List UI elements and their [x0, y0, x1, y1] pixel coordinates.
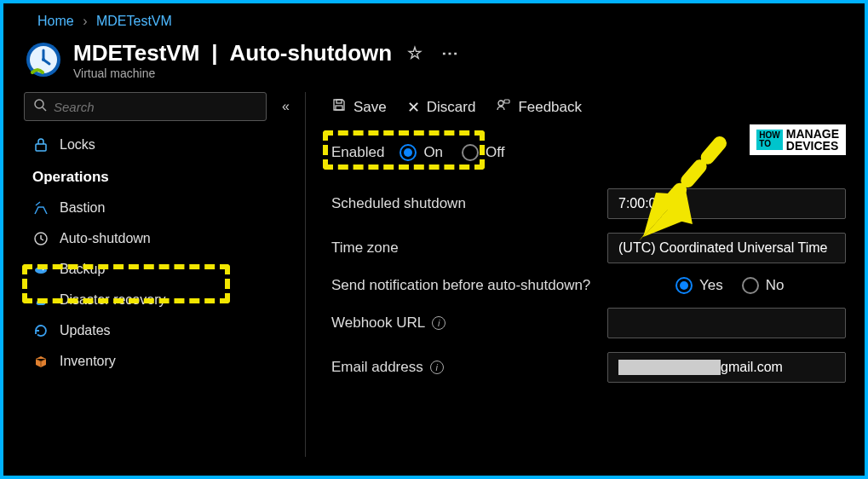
- svg-line-6: [36, 202, 40, 205]
- resource-type: Virtual machine: [73, 66, 462, 80]
- bastion-icon: [32, 199, 49, 216]
- updates-icon: [32, 322, 49, 339]
- notify-label: Send notification before auto-shutdown?: [331, 277, 655, 294]
- sidebar-item-disaster-recovery[interactable]: Disaster recovery: [24, 285, 295, 315]
- collapse-sidebar-icon[interactable]: «: [277, 97, 295, 116]
- discard-button[interactable]: ✕ Discard: [407, 98, 476, 117]
- clock-small-icon: [32, 230, 49, 247]
- more-menu-icon[interactable]: ⋯: [438, 39, 462, 66]
- timezone-label: Time zone: [331, 240, 587, 257]
- enabled-off-radio[interactable]: Off: [462, 144, 504, 161]
- notify-radio-group: Yes No: [675, 277, 784, 294]
- page-header: MDETestVM | Auto-shutdown ☆ ⋯ Virtual ma…: [3, 36, 865, 87]
- save-button[interactable]: Save: [331, 97, 387, 117]
- breadcrumb-home[interactable]: Home: [37, 14, 74, 28]
- feedback-button[interactable]: Feedback: [496, 97, 582, 117]
- radio-label: On: [423, 144, 443, 161]
- resource-name: MDETestVM: [73, 40, 199, 66]
- redacted-text: [618, 360, 721, 375]
- info-icon[interactable]: i: [430, 361, 444, 374]
- sidebar-item-auto-shutdown[interactable]: Auto-shutdown: [24, 223, 295, 254]
- svg-point-3: [35, 100, 43, 108]
- sidebar-item-label: Updates: [60, 323, 111, 338]
- sidebar-item-label: Locks: [60, 137, 95, 153]
- radio-icon: [400, 144, 417, 161]
- breadcrumb: Home › MDETestVM: [3, 3, 865, 36]
- chevron-right-icon: ›: [83, 14, 87, 28]
- radio-icon: [742, 277, 759, 294]
- search-input[interactable]: [54, 100, 257, 114]
- favorite-star-icon[interactable]: ☆: [404, 39, 426, 66]
- notify-yes-radio[interactable]: Yes: [675, 277, 723, 294]
- timezone-input[interactable]: [607, 233, 846, 263]
- email-suffix: gmail.com: [721, 360, 783, 375]
- sidebar-item-bastion[interactable]: Bastion: [24, 193, 295, 223]
- sidebar-item-backup[interactable]: Backup: [24, 254, 295, 285]
- webhook-label: Webhook URL i: [331, 315, 587, 332]
- clock-icon: [24, 40, 63, 79]
- sidebar-item-label: Inventory: [60, 354, 116, 369]
- inventory-icon: [32, 353, 49, 370]
- svg-point-8: [35, 267, 47, 274]
- svg-rect-12: [504, 100, 509, 103]
- watermark-logo: HOW TO MANAGE DEVICES: [748, 123, 848, 157]
- sidebar-item-label: Auto-shutdown: [60, 231, 151, 246]
- sidebar-item-label: Disaster recovery: [60, 292, 165, 308]
- svg-point-11: [498, 101, 503, 106]
- page-title: MDETestVM | Auto-shutdown ☆ ⋯: [73, 39, 462, 66]
- radio-icon: [675, 277, 693, 294]
- sidebar-item-inventory[interactable]: Inventory: [24, 346, 295, 377]
- sidebar: « Locks Operations Bastion Auto-shutdown: [24, 92, 305, 457]
- radio-icon: [462, 144, 479, 161]
- save-icon: [331, 97, 347, 117]
- scheduled-shutdown-input[interactable]: [607, 188, 846, 219]
- svg-rect-10: [336, 106, 342, 110]
- email-label: Email address i: [331, 359, 587, 376]
- svg-rect-5: [36, 144, 46, 151]
- radio-label: No: [766, 277, 785, 294]
- close-icon: ✕: [407, 98, 420, 117]
- sidebar-item-label: Backup: [60, 262, 105, 277]
- enabled-on-radio[interactable]: On: [400, 144, 443, 161]
- disaster-recovery-icon: [32, 291, 49, 309]
- toolbar-label: Feedback: [518, 99, 582, 116]
- sidebar-item-label: Bastion: [60, 200, 105, 216]
- feedback-icon: [496, 97, 511, 117]
- svg-rect-9: [336, 100, 342, 103]
- search-box[interactable]: [24, 92, 267, 121]
- email-input[interactable]: gmail.com: [607, 352, 846, 383]
- toolbar-label: Save: [354, 99, 387, 116]
- breadcrumb-current[interactable]: MDETestVM: [96, 14, 172, 28]
- sidebar-section-operations: Operations: [24, 160, 295, 193]
- toolbar-label: Discard: [427, 99, 476, 116]
- enabled-radio-group: On Off: [400, 144, 504, 161]
- radio-label: Off: [486, 144, 504, 161]
- info-icon[interactable]: i: [432, 316, 445, 330]
- enabled-label: Enabled: [331, 144, 384, 161]
- sidebar-item-updates[interactable]: Updates: [24, 315, 295, 346]
- radio-label: Yes: [699, 277, 723, 294]
- sidebar-item-locks[interactable]: Locks: [24, 130, 295, 160]
- scheduled-shutdown-label: Scheduled shutdown: [331, 195, 587, 212]
- backup-icon: [32, 261, 49, 278]
- lock-icon: [32, 136, 49, 153]
- search-icon: [33, 98, 47, 115]
- svg-point-2: [42, 58, 45, 61]
- notify-no-radio[interactable]: No: [742, 277, 785, 294]
- svg-line-4: [43, 107, 46, 111]
- webhook-input[interactable]: [607, 308, 846, 338]
- page-name: Auto-shutdown: [230, 40, 393, 66]
